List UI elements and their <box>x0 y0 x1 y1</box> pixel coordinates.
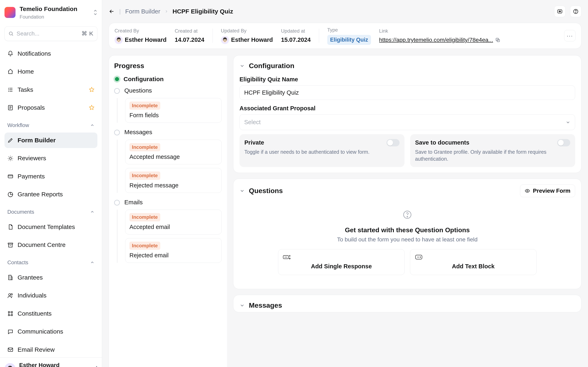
nav-label: Form Builder <box>17 136 56 145</box>
chevron-sort-icon <box>93 9 97 15</box>
help-icon-button[interactable] <box>570 6 581 17</box>
nav-label: Document Centre <box>17 241 66 249</box>
nav-tasks[interactable]: Tasks <box>4 82 97 98</box>
search-input[interactable]: Search... ⌘ K <box>4 26 97 41</box>
quiz-name-input[interactable] <box>240 85 575 100</box>
svg-point-12 <box>11 315 12 316</box>
add-single-response-button[interactable]: Add Single Response <box>278 249 405 275</box>
add-label: Add Text Block <box>415 262 532 270</box>
edit-icon <box>7 137 13 143</box>
nav-label: Grantees <box>17 273 43 282</box>
file-icon <box>7 224 13 230</box>
progress-step-questions[interactable]: Questions <box>114 86 222 95</box>
nav: Notifications Home Tasks Proposals Workf… <box>0 45 102 358</box>
nav-proposals[interactable]: Proposals <box>4 100 97 116</box>
nav-label: Email Review <box>17 346 55 354</box>
add-text-block-button[interactable]: Add Text Block <box>410 249 536 275</box>
breadcrumb-root[interactable]: Form Builder <box>125 7 160 16</box>
meta-label: Updated at <box>281 28 311 34</box>
progress-step-configuration[interactable]: Configuration <box>114 75 222 83</box>
nav-individuals[interactable]: Individuals <box>4 288 97 303</box>
step-dot-icon <box>114 130 120 135</box>
panel-questions: Questions Preview Form Get started with … <box>233 179 581 289</box>
progress-item[interactable]: IncompleteAccepted email <box>125 210 222 234</box>
progress-item[interactable]: IncompleteRejected email <box>125 238 222 263</box>
nav-reviewers[interactable]: Reviewers <box>4 150 97 166</box>
svg-point-20 <box>576 12 576 13</box>
svg-rect-13 <box>8 348 13 351</box>
preview-form-button[interactable]: Preview Form <box>520 184 575 197</box>
copy-icon[interactable] <box>495 37 501 43</box>
home-icon <box>7 68 13 75</box>
nav-form-builder[interactable]: Form Builder <box>4 133 97 148</box>
meta-link: Link https://app.trytemelio.com/eligibil… <box>379 28 501 44</box>
setting-private: Private Toggle if a user needs to be aut… <box>240 134 405 167</box>
chevron-down-icon <box>90 210 95 214</box>
nav-section-workflow[interactable]: Workflow <box>4 118 97 130</box>
toggle-private[interactable] <box>387 139 399 146</box>
svg-point-10 <box>11 312 12 313</box>
status-badge: Incomplete <box>130 213 160 221</box>
nav-section-contacts[interactable]: Contacts <box>4 255 97 267</box>
chevron-down-icon <box>240 63 245 68</box>
section-title: Workflow <box>7 122 29 129</box>
topbar: | Form Builder HCPF Eligibility Quiz <box>102 0 588 23</box>
org-switcher[interactable]: Temelio Foundation Foundation <box>0 0 102 25</box>
overflow-button[interactable]: ··· <box>564 30 576 42</box>
setting-title: Private <box>244 139 264 147</box>
org-subtitle: Foundation <box>20 14 89 20</box>
single-response-icon <box>283 254 400 260</box>
share-link[interactable]: https://app.trytemelio.com/eligibility/7… <box>379 36 493 44</box>
grant-proposal-select[interactable]: Select <box>240 114 575 130</box>
meta-type: Type Eligibility Quiz <box>327 27 371 45</box>
progress-item[interactable]: IncompleteRejected message <box>125 168 222 193</box>
panel-header[interactable]: Configuration <box>240 61 575 71</box>
progress-step-messages[interactable]: Messages <box>114 128 222 136</box>
nav-doc-centre[interactable]: Document Centre <box>4 237 97 253</box>
nav-email-review[interactable]: Email Review <box>4 342 97 358</box>
progress-item[interactable]: IncompleteForm fields <box>125 98 222 123</box>
field-label: Associated Grant Proposal <box>240 104 575 112</box>
nav-label: Tasks <box>17 86 33 94</box>
step-name: Configuration <box>123 75 164 83</box>
nav-constituents[interactable]: Constituents <box>4 306 97 322</box>
payments-icon <box>7 173 13 179</box>
proposals-icon <box>7 105 13 111</box>
nav-label: Reviewers <box>17 154 46 162</box>
meta-label: Type <box>327 27 371 33</box>
back-button[interactable] <box>109 8 115 15</box>
item-name: Rejected email <box>130 251 217 259</box>
separator <box>213 29 213 43</box>
chevron-right-icon <box>164 9 168 13</box>
nav-payments[interactable]: Payments <box>4 169 97 184</box>
progress-step-emails[interactable]: Emails <box>114 198 222 207</box>
main: | Form Builder HCPF Eligibility Quiz Cre… <box>102 0 588 367</box>
nav-communications[interactable]: Communications <box>4 324 97 340</box>
nav-grantee-reports[interactable]: Grantee Reports <box>4 187 97 202</box>
more-icon[interactable] <box>96 366 97 367</box>
meta-value: 14.07.2024 <box>175 36 204 44</box>
panel-header[interactable]: Messages <box>240 301 575 310</box>
nav-notifications[interactable]: Notifications <box>4 46 97 62</box>
toggle-save-documents[interactable] <box>557 139 570 146</box>
meta-updated-at: Updated at 15.07.2024 <box>281 28 311 44</box>
step-dot-icon <box>115 77 119 81</box>
nav-label: Payments <box>17 172 45 181</box>
panel-header[interactable]: Questions Preview Form <box>240 184 575 197</box>
archive-icon <box>7 242 13 248</box>
status-badge: Incomplete <box>130 242 160 250</box>
svg-point-18 <box>559 11 560 12</box>
nav-label: Constituents <box>17 309 52 318</box>
meta-value: 👨🏻Esther Howard <box>114 36 167 44</box>
item-name: Form fields <box>130 111 217 119</box>
nav-doc-templates[interactable]: Document Templates <box>4 219 97 235</box>
nav-grantees[interactable]: Grantees <box>4 270 97 285</box>
preview-icon-button[interactable] <box>554 6 566 17</box>
mail-icon <box>7 347 13 353</box>
nav-section-documents[interactable]: Documents <box>4 205 97 217</box>
nav-home[interactable]: Home <box>4 64 97 80</box>
tasks-icon <box>7 87 13 93</box>
progress-item[interactable]: IncompleteAccepted message <box>125 140 222 165</box>
star-icon <box>89 87 95 92</box>
panel-title: Questions <box>249 186 283 196</box>
